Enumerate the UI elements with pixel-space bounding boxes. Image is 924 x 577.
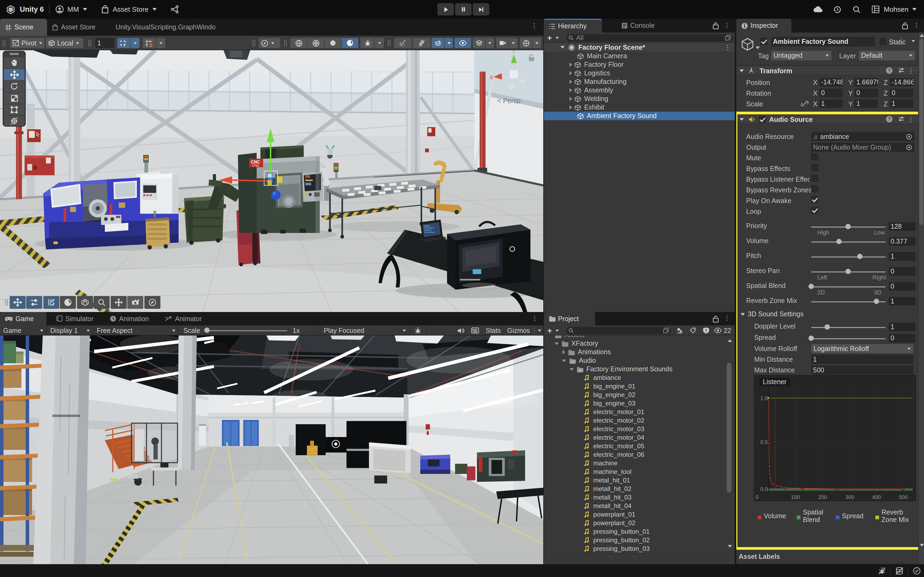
svg-text:♪: ♪ xyxy=(403,42,404,47)
svg-text:y: y xyxy=(512,50,515,53)
svg-text:FTW: FTW xyxy=(252,164,259,167)
svg-text:200: 200 xyxy=(818,494,827,500)
svg-text:?: ? xyxy=(888,68,890,73)
svg-text:500: 500 xyxy=(898,494,908,500)
svg-text:CNC: CNC xyxy=(251,160,260,164)
svg-text:?: ? xyxy=(888,116,890,122)
svg-text:400: 400 xyxy=(872,494,881,500)
svg-text:0: 0 xyxy=(755,494,758,500)
svg-text:0.5: 0.5 xyxy=(760,439,767,445)
svg-text:x: x xyxy=(490,73,493,81)
svg-text:100: 100 xyxy=(791,494,800,500)
svg-text:< Persp: < Persp xyxy=(497,97,520,105)
svg-text:0.0: 0.0 xyxy=(760,486,767,492)
svg-text:1.0: 1.0 xyxy=(760,395,767,401)
svg-text:Y: Y xyxy=(123,43,126,47)
svg-text:300: 300 xyxy=(845,494,854,500)
